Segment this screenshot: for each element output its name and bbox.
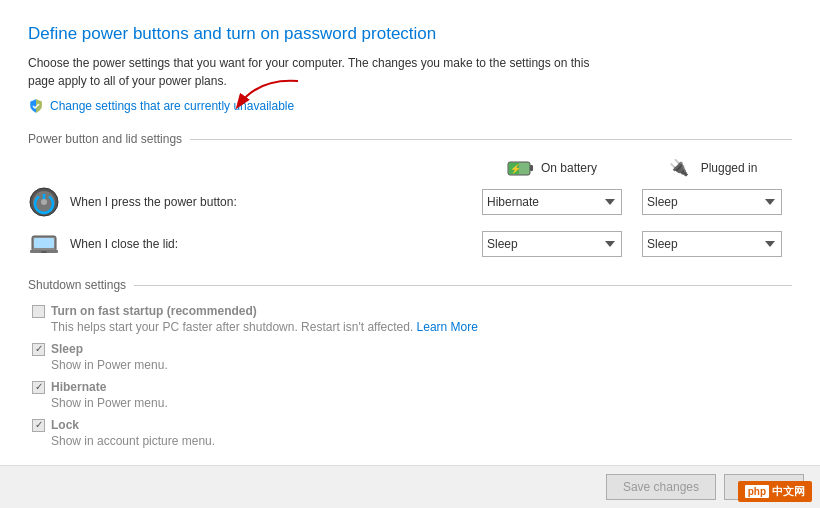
fast-startup-item: Turn on fast startup (recommended) This …: [28, 304, 792, 334]
sleep-desc: Show in Power menu.: [32, 358, 792, 372]
lock-checkbox[interactable]: [32, 419, 45, 432]
svg-rect-10: [34, 238, 54, 248]
php-suffix: 中文网: [772, 484, 805, 499]
plugged-icon: 🔌: [667, 158, 695, 178]
shutdown-section: Shutdown settings Turn on fast startup (…: [28, 278, 792, 448]
power-button-plugged-select[interactable]: Do nothing Sleep Hibernate Shut down Tur…: [642, 189, 782, 215]
hibernate-desc: Show in Power menu.: [32, 396, 792, 410]
php-text: php: [745, 485, 769, 498]
close-lid-label: When I close the lid:: [70, 237, 472, 251]
power-button-battery-select[interactable]: Do nothing Sleep Hibernate Shut down Tur…: [482, 189, 622, 215]
power-button-row: When I press the power button: Do nothin…: [28, 186, 792, 218]
sleep-item: Sleep Show in Power menu.: [28, 342, 792, 372]
power-section-header: Power button and lid settings: [28, 132, 182, 146]
battery-column-header: ⚡ On battery: [472, 158, 632, 178]
close-lid-battery-select[interactable]: Do nothing Sleep Hibernate Shut down Tur…: [482, 231, 622, 257]
hibernate-checkbox[interactable]: [32, 381, 45, 394]
svg-point-12: [41, 251, 47, 253]
power-button-icon: [28, 186, 60, 218]
page-title: Define power buttons and turn on passwor…: [28, 24, 792, 44]
lid-close-icon: [28, 228, 60, 260]
footer: Save changes Cancel php 中文网: [0, 465, 820, 508]
close-lid-row: When I close the lid: Do nothing Sleep H…: [28, 228, 792, 260]
sleep-title: Sleep: [51, 342, 83, 356]
fast-startup-desc: This helps start your PC faster after sh…: [32, 320, 792, 334]
shield-icon: [28, 98, 44, 114]
php-badge: php 中文网: [738, 481, 812, 502]
sleep-checkbox[interactable]: [32, 343, 45, 356]
fast-startup-checkbox[interactable]: [32, 305, 45, 318]
plugged-column-header: 🔌 Plugged in: [632, 158, 792, 178]
change-settings-link[interactable]: Change settings that are currently unava…: [50, 99, 294, 113]
battery-icon: ⚡: [507, 158, 535, 178]
svg-text:🔌: 🔌: [669, 158, 689, 177]
save-changes-button[interactable]: Save changes: [606, 474, 716, 500]
svg-text:⚡: ⚡: [510, 163, 522, 175]
hibernate-item: Hibernate Show in Power menu.: [28, 380, 792, 410]
hibernate-title: Hibernate: [51, 380, 106, 394]
lock-title: Lock: [51, 418, 79, 432]
svg-point-8: [41, 199, 47, 205]
close-lid-plugged-select[interactable]: Do nothing Sleep Hibernate Shut down Tur…: [642, 231, 782, 257]
power-button-section: Power button and lid settings ⚡ On batte…: [28, 132, 792, 260]
shutdown-section-header: Shutdown settings: [28, 278, 126, 292]
lock-desc: Show in account picture menu.: [32, 434, 792, 448]
fast-startup-title: Turn on fast startup (recommended): [51, 304, 257, 318]
learn-more-link[interactable]: Learn More: [417, 320, 478, 334]
lock-item: Lock Show in account picture menu.: [28, 418, 792, 448]
svg-rect-2: [530, 165, 533, 171]
page-description: Choose the power settings that you want …: [28, 54, 708, 90]
power-button-label: When I press the power button:: [70, 195, 472, 209]
